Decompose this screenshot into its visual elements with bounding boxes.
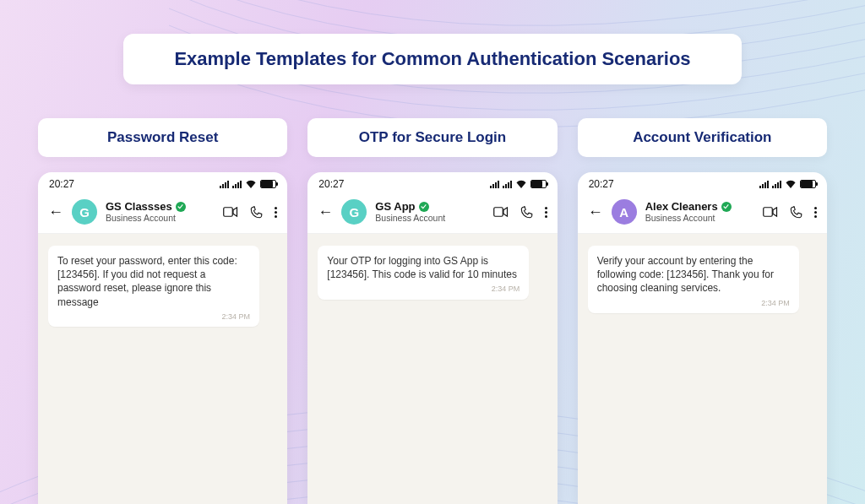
voice-call-icon[interactable]	[520, 206, 533, 219]
message-time: 2:34 PM	[597, 298, 790, 308]
svg-rect-0	[224, 208, 233, 217]
chat-name: Alex Cleaners	[645, 201, 718, 213]
verified-badge-icon	[419, 202, 429, 212]
battery-icon	[530, 180, 547, 188]
card-heading-otp-login: OTP for Secure Login	[307, 118, 557, 157]
avatar[interactable]: A	[612, 199, 637, 225]
battery-icon	[260, 180, 276, 188]
message-bubble: Your OTP for logging into GS App is [123…	[318, 246, 529, 300]
status-bar: 20:27	[38, 172, 287, 194]
more-menu-icon[interactable]	[275, 207, 277, 218]
battery-icon	[800, 180, 816, 188]
chat-title-block[interactable]: GS Classses Business Account	[106, 201, 215, 224]
chat-title-block[interactable]: Alex Cleaners Business Account	[645, 201, 754, 224]
verified-badge-icon	[176, 202, 186, 212]
wifi-icon	[245, 180, 257, 188]
signal-icon	[232, 181, 242, 188]
signal-icon	[772, 181, 781, 188]
avatar[interactable]: G	[341, 199, 367, 225]
more-menu-icon[interactable]	[545, 207, 547, 218]
status-time: 20:27	[589, 178, 614, 190]
chat-subtext: Business Account	[106, 214, 215, 224]
back-icon[interactable]: ←	[48, 203, 63, 221]
signal-icon	[759, 181, 769, 188]
phone-mock-password-reset: 20:27 ← G GS Classses	[38, 172, 287, 504]
phone-mock-otp-login: 20:27 ← G GS App	[307, 172, 557, 504]
status-time: 20:27	[49, 178, 74, 190]
signal-icon	[220, 181, 229, 188]
message-bubble: Verify your account by entering the foll…	[588, 246, 799, 313]
chat-subtext: Business Account	[645, 214, 754, 224]
verified-badge-icon	[721, 202, 732, 212]
phone-mock-account-verification: 20:27 ← A Alex Cleaners	[578, 172, 827, 504]
page-title: Example Templates for Common Authenticat…	[123, 34, 741, 84]
wifi-icon	[515, 180, 527, 188]
message-time: 2:34 PM	[327, 284, 520, 294]
message-text: Verify your account by entering the foll…	[597, 254, 790, 295]
card-heading-account-verification: Account Verification	[578, 118, 827, 157]
status-bar: 20:27	[307, 172, 557, 194]
chat-header: ← G GS Classses Business Account	[38, 194, 287, 234]
chat-name: GS Classses	[106, 201, 172, 213]
status-time: 20:27	[318, 178, 344, 190]
back-icon[interactable]: ←	[588, 203, 603, 221]
video-call-icon[interactable]	[223, 206, 238, 218]
signal-icon	[503, 181, 512, 188]
svg-rect-2	[764, 208, 773, 217]
card-heading-password-reset: Password Reset	[38, 118, 287, 157]
chat-body: To reset your password, enter this code:…	[38, 234, 287, 504]
message-bubble: To reset your password, enter this code:…	[48, 246, 259, 327]
more-menu-icon[interactable]	[814, 207, 817, 218]
chat-header: ← G GS App Business Account	[307, 194, 557, 234]
svg-rect-1	[493, 208, 503, 217]
signal-icon	[490, 181, 499, 188]
chat-body: Your OTP for logging into GS App is [123…	[307, 234, 557, 504]
chat-body: Verify your account by entering the foll…	[578, 234, 827, 504]
voice-call-icon[interactable]	[790, 206, 802, 219]
message-text: Your OTP for logging into GS App is [123…	[327, 254, 520, 281]
wifi-icon	[785, 180, 797, 188]
status-icons	[220, 180, 276, 188]
chat-title-block[interactable]: GS App Business Account	[375, 201, 484, 224]
message-text: To reset your password, enter this code:…	[57, 254, 250, 309]
chat-header: ← A Alex Cleaners Business Account	[578, 194, 827, 234]
video-call-icon[interactable]	[763, 206, 778, 218]
chat-name: GS App	[375, 201, 415, 213]
status-icons	[759, 180, 816, 188]
status-icons	[490, 180, 547, 188]
chat-subtext: Business Account	[375, 214, 484, 224]
avatar[interactable]: G	[72, 199, 97, 225]
status-bar: 20:27	[578, 172, 827, 194]
video-call-icon[interactable]	[493, 206, 509, 218]
voice-call-icon[interactable]	[250, 206, 263, 219]
message-time: 2:34 PM	[57, 312, 250, 322]
back-icon[interactable]: ←	[318, 203, 333, 221]
